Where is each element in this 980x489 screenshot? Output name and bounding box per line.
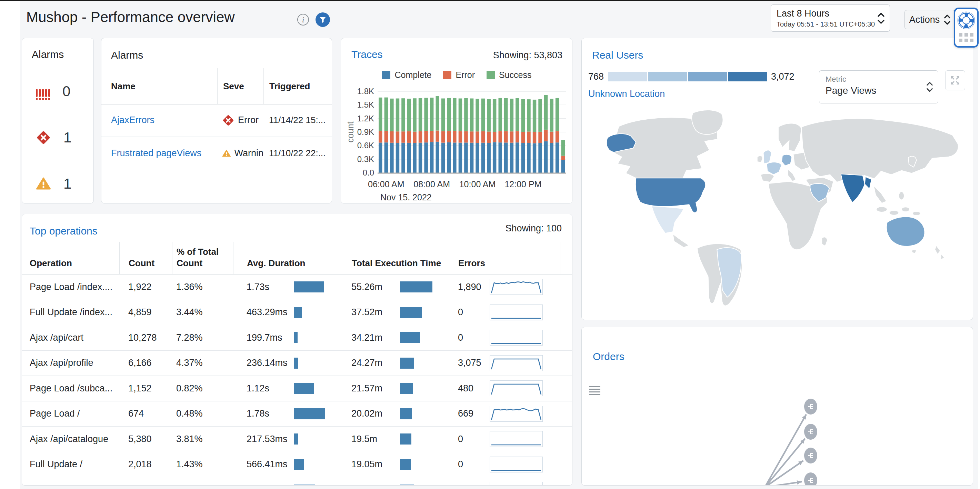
map-region-uk[interactable]: [764, 150, 772, 164]
op-errors: 0: [445, 300, 560, 325]
op-total-exec: 21.57m: [339, 376, 445, 401]
funnel-glyph: [319, 16, 327, 24]
operation-row[interactable]: Page Load /subca... 1,152 0.82% 1.12s 21…: [22, 376, 573, 401]
time-range-select[interactable]: Last 8 Hours Today 05:51 - 13:51 UTC+05:…: [771, 5, 890, 32]
alarm-summary-item-critical[interactable]: 0: [22, 83, 94, 100]
op-count: [119, 477, 172, 486]
map-region-nz[interactable]: [935, 245, 945, 260]
map-region-seasia[interactable]: [873, 186, 886, 203]
map-region-mexico[interactable]: [652, 206, 684, 233]
map-region-asia[interactable]: [801, 119, 958, 182]
col-header-avg-duration[interactable]: Avg. Duration: [233, 242, 339, 274]
op-pct: 1.36%: [172, 274, 233, 299]
op-avg-duration: 217.53ms: [233, 427, 339, 452]
op-errors: 480: [445, 376, 560, 401]
unknown-location-link[interactable]: Unknown Location: [588, 89, 665, 99]
expand-button[interactable]: [945, 70, 965, 90]
filter-icon[interactable]: [315, 13, 330, 27]
actions-button[interactable]: Actions: [904, 10, 956, 29]
map-region-germany[interactable]: [782, 155, 792, 166]
map-region-madagascar[interactable]: [822, 237, 827, 246]
scale-segment: [728, 72, 767, 81]
warning-severity-icon: [222, 147, 231, 160]
avg-duration-bar: [294, 307, 302, 318]
alarm-summary-item-warning[interactable]: 1: [22, 175, 94, 192]
svg-text:count: count: [345, 121, 355, 142]
scale-max: 3,072: [771, 72, 794, 82]
metric-select[interactable]: Metric Page Views: [819, 70, 938, 104]
legend-label: Error: [455, 70, 475, 80]
alarm-row: AjaxErrors Error 11/14/22 15:...: [101, 104, 332, 137]
col-header-severity[interactable]: Seve: [217, 68, 263, 104]
alarm-summary-item-error[interactable]: 1: [22, 129, 94, 146]
op-total-exec: 24.27m: [339, 351, 445, 376]
orders-source-node[interactable]: [759, 485, 770, 486]
time-range-label: Last 8 Hours: [776, 8, 884, 19]
orders-topology-graph[interactable]: [582, 327, 973, 486]
operation-row[interactable]: Ajax /api/profile 6,166 4.37% 236.14ms 2…: [22, 351, 573, 376]
operation-row[interactable]: Ajax /api/cart 10,278 7.28% 199.7ms 34.2…: [22, 325, 573, 351]
help-widget[interactable]: [954, 8, 978, 48]
op-name: Page Load /index....: [22, 274, 119, 299]
alarms-summary-title: Alarms: [22, 38, 94, 61]
alarm-count: 1: [64, 175, 72, 192]
operation-row[interactable]: Page Load / 674 0.48% 1.78s 20.02m 669: [22, 401, 573, 427]
operation-row[interactable]: Full Update /index... 4,859 3.44% 463.29…: [22, 300, 573, 325]
alarm-name-link[interactable]: AjaxErrors: [111, 115, 154, 125]
info-icon[interactable]: i: [297, 14, 309, 25]
col-header-pct[interactable]: % of Total Count: [172, 242, 233, 274]
map-region-india[interactable]: [841, 174, 872, 202]
page-title: Mushop - Performance overview: [26, 9, 235, 25]
map-region-ireland[interactable]: [757, 156, 763, 162]
top-operations-title-link[interactable]: Top operations: [30, 225, 98, 237]
map-region-tasmania[interactable]: [912, 250, 916, 254]
op-name: Ajax /api/catalogue: [22, 427, 119, 452]
map-region-island1[interactable]: [876, 207, 887, 212]
svg-text:1.8K: 1.8K: [357, 86, 374, 96]
legend-item-error[interactable]: Error: [443, 70, 475, 80]
map-region-italy[interactable]: [788, 169, 796, 182]
map-region-greenland[interactable]: [692, 110, 723, 134]
lifebuoy-icon[interactable]: [956, 11, 976, 30]
col-header-count[interactable]: Count: [119, 242, 172, 274]
scale-segment: [608, 72, 647, 81]
avg-duration-bar: [294, 408, 325, 419]
traces-title-link[interactable]: Traces: [352, 49, 383, 61]
alarm-count: 0: [62, 83, 70, 100]
op-name: Page Load /: [22, 401, 119, 427]
map-region-camerica[interactable]: [673, 234, 689, 247]
map-region-island4[interactable]: [912, 212, 921, 215]
op-pct: 4.37%: [172, 351, 233, 376]
alarm-name-link[interactable]: Frustrated pageViews: [111, 148, 201, 158]
map-region-iberia[interactable]: [761, 174, 774, 182]
map-region-scandinavia[interactable]: [778, 123, 801, 152]
op-name: Ajax /api/cart: [22, 325, 119, 350]
col-header-triggered[interactable]: Triggered: [263, 68, 332, 104]
map-region-australia[interactable]: [886, 217, 925, 246]
world-map[interactable]: [583, 107, 972, 318]
operation-row[interactable]: Full Update / 2,018 1.43% 566.41ms 19.05…: [22, 452, 573, 478]
alarm-count: 1: [64, 129, 72, 146]
col-header-errors[interactable]: Errors: [445, 242, 560, 274]
map-region-island3[interactable]: [901, 207, 910, 212]
drag-dots-icon[interactable]: [959, 33, 974, 42]
real-users-title-link[interactable]: Real Users: [592, 49, 643, 61]
map-region-philippines[interactable]: [899, 192, 904, 200]
alarm-severity-label: Error: [238, 115, 259, 126]
map-region-island2[interactable]: [889, 210, 899, 215]
legend-item-complete[interactable]: Complete: [382, 70, 431, 80]
col-header-total-exec[interactable]: Total Execution Time: [339, 242, 445, 274]
operation-row[interactable]: Ajax /api/catalogue 5,380 3.81% 217.53ms…: [22, 427, 573, 452]
traces-showing: Showing: 53,803: [493, 50, 562, 61]
traces-chart[interactable]: 0.00.3K0.6K0.9K1.2K1.5K1.8K06:00 AM08:00…: [345, 86, 569, 201]
op-name: Page Load /subca...: [22, 376, 119, 401]
svg-text:12:00 PM: 12:00 PM: [504, 179, 541, 189]
col-header-operation[interactable]: Operation: [22, 242, 119, 274]
map-region-france[interactable]: [767, 162, 781, 175]
col-header-name[interactable]: Name: [101, 81, 217, 92]
warning-severity-icon: [36, 176, 51, 191]
operation-row[interactable]: Page Load /index.... 1,922 1.36% 1.73s 5…: [22, 274, 573, 300]
op-errors: 3,075: [445, 351, 560, 376]
operation-row[interactable]: [22, 477, 573, 486]
legend-item-success[interactable]: Success: [487, 70, 531, 80]
